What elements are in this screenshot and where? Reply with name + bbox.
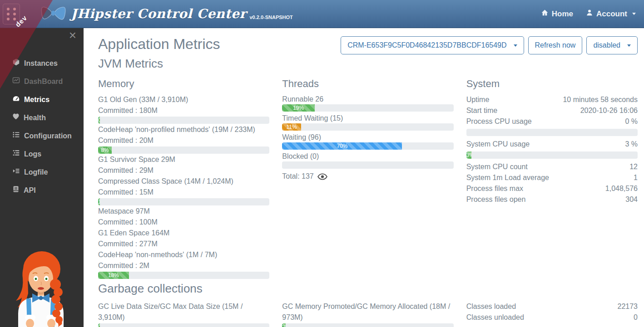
sidebar-item-logfile[interactable]: Logfile — [0, 163, 84, 181]
memory-column: Memory G1 Old Gen (33M / 3,910M) Committ… — [98, 78, 269, 279]
bowtie-logo-icon — [40, 5, 66, 24]
heart-icon — [12, 112, 20, 123]
system-row: Uptime10 minutes 58 seconds — [466, 94, 638, 105]
threads-total: Total: 137 — [282, 171, 313, 182]
memory-item: Metaspace 97M Committed : 100M — [98, 206, 269, 228]
memory-item: G1 Old Gen (33M / 3,910M) Committed : 18… — [98, 94, 269, 124]
memory-item: Compressed Class Space (14M / 1,024M) Co… — [98, 176, 269, 205]
chevron-down-icon — [514, 44, 517, 47]
gc-item: GC Memory Promoted/GC Memory Allocated (… — [282, 301, 453, 327]
thread-item: Blocked (0) — [282, 151, 453, 169]
system-row: Process files max1,048,576 — [466, 183, 638, 194]
tachometer-icon — [12, 94, 20, 105]
refresh-now-button[interactable]: Refresh now — [528, 36, 583, 54]
sidebar-item-instances[interactable]: Instances — [0, 54, 84, 73]
system-title: System — [466, 78, 638, 90]
user-icon — [586, 9, 593, 19]
progress-bar: 3% — [466, 151, 638, 159]
sidebar-item-metrics[interactable]: Metrics — [0, 91, 84, 109]
tasks-icon — [12, 149, 20, 160]
classes-row: Classes loaded22173 — [466, 301, 638, 312]
sidebar-item-logs[interactable]: Logs — [0, 145, 84, 163]
classes-row: Classes unloaded0 — [466, 312, 638, 323]
gc-item: GC Live Data Size/GC Max Data Size (15M … — [98, 301, 269, 327]
sidebar-item-api[interactable]: API — [0, 181, 84, 200]
sidebar-item-configuration[interactable]: Configuration — [0, 127, 84, 145]
memory-item: CodeHeap 'non-profiled nmethods' (19M / … — [98, 124, 269, 154]
chevron-down-icon — [632, 13, 636, 15]
refresh-rate-select[interactable]: disabled — [586, 36, 638, 54]
sidebar-item-dashboard[interactable]: DashBoard — [0, 73, 84, 91]
home-icon — [541, 9, 549, 19]
progress-bar: 1% — [98, 198, 269, 205]
dashboard-chart-icon — [12, 76, 20, 87]
progress-bar: 18% — [98, 272, 269, 279]
system-row: Process files open304 — [466, 194, 638, 205]
progress-bar: 0% — [98, 117, 269, 124]
system-row: System CPU usage3 % — [466, 139, 638, 150]
thread-item: Runnable 26 19% — [282, 94, 453, 112]
metrics-toolbar: CRM-E653F9C5F0D46842135D7BBCDF16549D Ref… — [341, 36, 638, 54]
memory-title: Memory — [98, 78, 269, 90]
brand-version: v0.2.0-SNAPSHOT — [249, 15, 292, 20]
progress-bar: 8% — [98, 146, 269, 154]
cube-icon — [12, 58, 20, 69]
progress-bar: 0% — [98, 323, 269, 327]
progress-bar: 11% — [282, 123, 453, 131]
system-row: System 1m Load average1 — [466, 172, 638, 183]
brand-title: JHipster Control Center — [71, 6, 246, 21]
main-content: Application Metrics CRM-E653F9C5F0D46842… — [84, 28, 644, 327]
app-grid-button[interactable] — [3, 4, 20, 24]
system-row: System CPU count12 — [466, 161, 638, 172]
memory-item: G1 Survivor Space 29M Committed : 29M — [98, 154, 269, 176]
top-navbar: JHipster Control Center v0.2.0-SNAPSHOT … — [0, 0, 644, 28]
jhipster-girl-avatar — [0, 245, 84, 327]
system-row: Start time2020-10-26 16:06 — [466, 105, 638, 116]
progress-bar: 2% — [282, 323, 453, 327]
jvm-metrics-title: JVM Metrics — [98, 56, 638, 71]
thread-item: Waiting (96) 70% — [282, 132, 453, 150]
home-link[interactable]: Home — [541, 9, 573, 19]
chevron-down-icon — [627, 44, 631, 47]
memory-item: G1 Eden Space 164M Committed : 277M — [98, 228, 269, 249]
progress-bar — [466, 129, 638, 136]
instance-select[interactable]: CRM-E653F9C5F0D46842135D7BBCDF16549D — [341, 36, 524, 54]
threads-column: Threads Runnable 26 19% Timed Waiting (1… — [282, 78, 453, 279]
threads-title: Threads — [282, 78, 453, 90]
sidebar-item-health[interactable]: Health — [0, 109, 84, 127]
list-icon — [12, 131, 20, 142]
gc-classes-column: Classes loaded22173 Classes unloaded0 — [466, 301, 638, 327]
book-icon — [12, 185, 20, 196]
gc-title: Garbage collections — [98, 281, 638, 296]
brand[interactable]: JHipster Control Center v0.2.0-SNAPSHOT — [40, 5, 293, 24]
sidebar: × Instances DashBoard Metrics Health Con… — [0, 28, 84, 327]
account-menu[interactable]: Account — [586, 9, 636, 19]
progress-bar: 70% — [282, 142, 453, 150]
memory-item: CodeHeap 'non-nmethods' (1M / 7M) Commit… — [98, 249, 269, 279]
close-icon[interactable]: × — [69, 29, 76, 42]
progress-bar: 19% — [282, 104, 453, 112]
logfile-icon — [12, 167, 20, 178]
progress-bar — [282, 161, 453, 169]
system-column: System Uptime10 minutes 58 seconds Start… — [466, 78, 638, 279]
system-row: Process CPU usage0 % — [466, 116, 638, 127]
eye-icon[interactable] — [317, 173, 327, 180]
thread-item: Timed Waiting (15) 11% — [282, 113, 453, 131]
page-title: Application Metrics — [98, 35, 220, 53]
